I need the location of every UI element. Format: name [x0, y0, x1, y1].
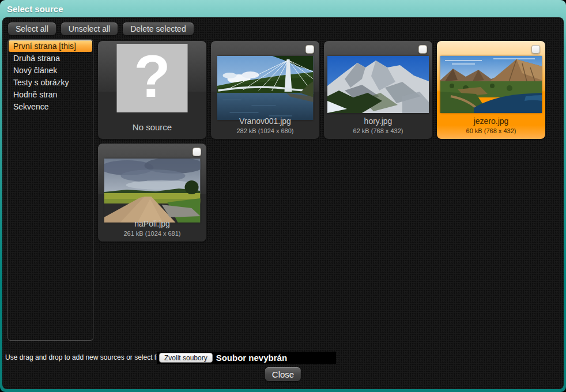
tile-hory[interactable]: hory.jpg 62 kB (768 x 432) [324, 41, 432, 139]
dialog-title: Select source [7, 4, 63, 14]
thumbnail-image-lake [440, 56, 542, 113]
tile-checkbox[interactable] [193, 148, 201, 156]
tile-meta: 282 kB (1024 x 680) [211, 127, 319, 134]
thumbnail-image-mountain [327, 56, 429, 113]
select-source-dialog: Select source Select all Unselect all De… [0, 0, 566, 392]
tile-checkbox[interactable] [531, 45, 540, 54]
tile-filename: hory.jpg [324, 116, 432, 126]
tile-vranov001[interactable]: Vranov001.jpg 282 kB (1024 x 680) [211, 41, 319, 139]
thumbnail-image-field-road [104, 159, 201, 223]
tile-filename: jezero.jpg [437, 116, 545, 126]
toolbar: Select all Unselect all Delete selected [8, 22, 194, 35]
tile-meta: 60 kB (768 x 432) [437, 127, 545, 134]
sidebar-item-prvni-strana[interactable]: První strana [this] [9, 40, 92, 52]
footer-hint: Use drag and drop to add new sources or … [5, 353, 169, 361]
sidebar-item-novy-clanek[interactable]: Nový článek [9, 65, 92, 76]
choose-files-button[interactable]: Zvolit soubory [159, 353, 213, 363]
dialog-content: Select all Unselect all Delete selected … [2, 17, 564, 389]
tile-napoli[interactable]: naPoli.jpg 261 kB (1024 x 681) [98, 144, 206, 242]
close-button[interactable]: Close [265, 367, 301, 381]
tile-filename: naPoli.jpg [98, 219, 206, 228]
tile-meta: 261 kB (1024 x 681) [98, 230, 206, 237]
sidebar-item-hodne-stran[interactable]: Hodně stran [9, 89, 92, 100]
sidebar-item-druha-strana[interactable]: Druhá strana [9, 52, 92, 64]
file-status-text: Soubor nevybrán [216, 353, 287, 363]
question-mark-icon: ? [117, 44, 188, 112]
tile-label: No source [98, 122, 206, 132]
tile-jezero[interactable]: jezero.jpg 60 kB (768 x 432) [437, 41, 545, 139]
delete-selected-button[interactable]: Delete selected [123, 22, 194, 35]
select-all-button[interactable]: Select all [8, 22, 56, 35]
sidebar-item-testy-s-obrazky[interactable]: Testy s obrázky [9, 77, 92, 88]
tile-meta: 62 kB (768 x 432) [324, 127, 432, 134]
titlebar: Select source [0, 0, 566, 17]
unselect-all-button[interactable]: Unselect all [61, 22, 118, 35]
sidebar-item-sekvence[interactable]: Sekvence [9, 101, 92, 112]
page-list-sidebar: První strana [this] Druhá strana Nový čl… [7, 39, 93, 341]
tile-filename: Vranov001.jpg [211, 116, 319, 126]
file-input: Zvolit soubory Soubor nevybrán [157, 352, 336, 364]
tile-checkbox[interactable] [305, 45, 314, 54]
thumbnail-image-bridge [217, 56, 314, 120]
tile-no-source[interactable]: ? No source [98, 41, 206, 139]
tile-checkbox[interactable] [418, 45, 427, 54]
